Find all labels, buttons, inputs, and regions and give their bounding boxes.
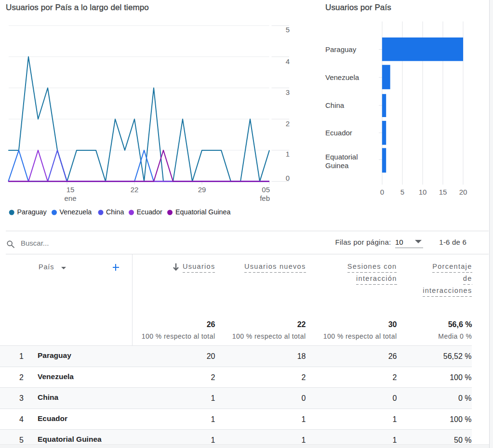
svg-text:5: 5 — [400, 188, 404, 196]
svg-text:4: 4 — [286, 57, 290, 66]
svg-text:Ecuador: Ecuador — [137, 208, 162, 216]
svg-text:Paraguay: Paraguay — [17, 208, 47, 216]
svg-text:China: China — [106, 208, 124, 216]
svg-text:5: 5 — [286, 26, 290, 34]
svg-text:10: 10 — [419, 188, 427, 196]
svg-text:2: 2 — [286, 119, 290, 128]
svg-text:15: 15 — [439, 188, 447, 196]
svg-text:3: 3 — [286, 88, 290, 96]
svg-text:20: 20 — [459, 188, 467, 196]
svg-text:05: 05 — [262, 185, 270, 194]
svg-text:ene: ene — [64, 194, 76, 202]
svg-text:feb: feb — [260, 194, 270, 202]
svg-text:China: China — [325, 101, 345, 109]
svg-text:15: 15 — [67, 185, 75, 194]
svg-text:Equatorial Guinea: Equatorial Guinea — [175, 208, 231, 216]
svg-text:Guinea: Guinea — [325, 161, 349, 170]
svg-text:29: 29 — [198, 185, 206, 194]
svg-text:Paraguay: Paraguay — [325, 45, 357, 53]
svg-text:0: 0 — [286, 174, 290, 182]
svg-text:Equatorial: Equatorial — [325, 153, 358, 161]
svg-text:1: 1 — [286, 150, 290, 158]
svg-text:Venezuela: Venezuela — [325, 73, 360, 81]
svg-text:Venezuela: Venezuela — [60, 208, 92, 216]
svg-text:Ecuador: Ecuador — [325, 129, 352, 137]
svg-text:22: 22 — [131, 185, 139, 194]
svg-text:0: 0 — [380, 188, 384, 196]
